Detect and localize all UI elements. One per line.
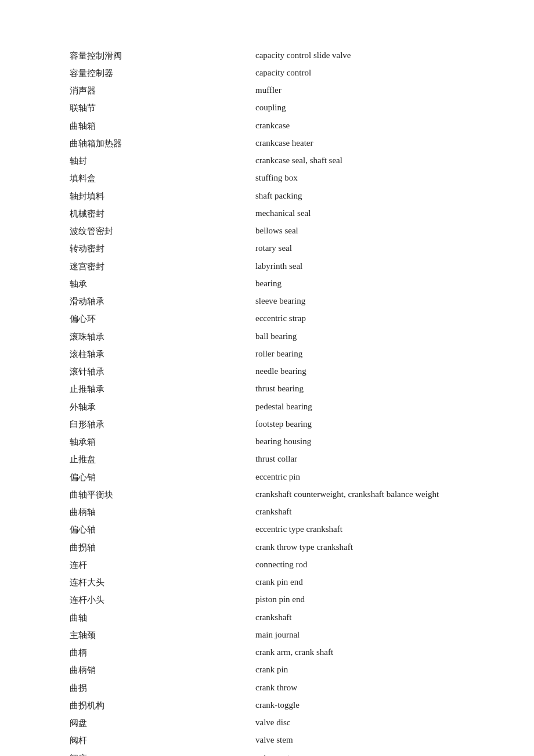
- table-row: 偏心销eccentric pin: [70, 468, 499, 485]
- table-row: 外轴承pedestal bearing: [70, 398, 499, 415]
- table-row: 止推轴承thrust bearing: [70, 380, 499, 398]
- table-row: 滚针轴承needle bearing: [70, 363, 499, 380]
- english-term: main journal: [244, 626, 499, 643]
- table-row: 曲轴箱crankcase: [70, 117, 499, 134]
- chinese-term: 迷宫密封: [70, 257, 244, 275]
- english-term: eccentric strap: [244, 310, 499, 327]
- table-row: 偏心轴eccentric type crankshaft: [70, 521, 499, 538]
- table-row: 阀座valve seat: [70, 749, 499, 756]
- table-row: 轴封填料shaft packing: [70, 187, 499, 204]
- chinese-term: 阀座: [70, 749, 244, 756]
- table-row: 曲轴箱加热器crankcase heater: [70, 134, 499, 152]
- chinese-term: 滑动轴承: [70, 293, 244, 310]
- table-row: 连杆大头crank pin end: [70, 574, 499, 591]
- english-term: crankshaft counterweight, crankshaft bal…: [244, 485, 499, 503]
- table-row: 消声器muffler: [70, 82, 499, 99]
- chinese-term: 偏心销: [70, 468, 244, 485]
- english-term: crankcase: [244, 117, 499, 134]
- english-term: bellows seal: [244, 222, 499, 240]
- chinese-term: 滚柱轴承: [70, 345, 244, 362]
- english-term: eccentric pin: [244, 468, 499, 485]
- english-term: crank pin end: [244, 574, 499, 591]
- table-row: 偏心环eccentric strap: [70, 310, 499, 327]
- english-term: shaft packing: [244, 187, 499, 204]
- table-row: 滑动轴承sleeve bearing: [70, 293, 499, 310]
- english-term: crankshaft: [244, 609, 499, 626]
- table-row: 滚珠轴承ball bearing: [70, 327, 499, 345]
- english-term: crank throw type crankshaft: [244, 538, 499, 556]
- table-row: 臼形轴承footstep bearing: [70, 415, 499, 433]
- chinese-term: 止推盘: [70, 451, 244, 468]
- english-term: valve stem: [244, 732, 499, 749]
- chinese-term: 转动密封: [70, 240, 244, 257]
- table-row: 阀杆valve stem: [70, 732, 499, 749]
- chinese-term: 阀盘: [70, 714, 244, 732]
- chinese-term: 阀杆: [70, 732, 244, 749]
- english-term: thrust collar: [244, 451, 499, 468]
- chinese-term: 曲拐: [70, 679, 244, 696]
- english-term: roller bearing: [244, 345, 499, 362]
- english-term: stuffing box: [244, 170, 499, 187]
- chinese-term: 填料盒: [70, 170, 244, 187]
- chinese-term: 容量控制滑阀: [70, 46, 244, 64]
- chinese-term: 曲柄销: [70, 661, 244, 679]
- english-term: capacity control slide valve: [244, 46, 499, 64]
- chinese-term: 偏心轴: [70, 521, 244, 538]
- chinese-term: 联轴节: [70, 99, 244, 117]
- chinese-term: 轴承箱: [70, 433, 244, 451]
- chinese-term: 曲拐轴: [70, 538, 244, 556]
- english-term: footstep bearing: [244, 415, 499, 433]
- english-term: coupling: [244, 99, 499, 117]
- english-term: valve disc: [244, 714, 499, 732]
- table-row: 阀盘valve disc: [70, 714, 499, 732]
- chinese-term: 主轴颈: [70, 626, 244, 643]
- chinese-term: 轴封: [70, 152, 244, 170]
- english-term: pedestal bearing: [244, 398, 499, 415]
- english-term: crank arm, crank shaft: [244, 644, 499, 661]
- table-row: 机械密封mechanical seal: [70, 204, 499, 222]
- chinese-term: 连杆小头: [70, 591, 244, 609]
- table-row: 转动密封rotary seal: [70, 240, 499, 257]
- english-term: bearing housing: [244, 433, 499, 451]
- chinese-term: 连杆: [70, 556, 244, 573]
- english-term: muffler: [244, 82, 499, 99]
- english-term: connecting rod: [244, 556, 499, 573]
- chinese-term: 曲柄: [70, 644, 244, 661]
- table-row: 曲拐轴crank throw type crankshaft: [70, 538, 499, 556]
- english-term: needle bearing: [244, 363, 499, 380]
- chinese-term: 滚珠轴承: [70, 327, 244, 345]
- table-row: 容量控制器capacity control: [70, 64, 499, 81]
- english-term: crankcase heater: [244, 134, 499, 152]
- chinese-term: 曲轴箱: [70, 117, 244, 134]
- table-row: 主轴颈main journal: [70, 626, 499, 643]
- chinese-term: 止推轴承: [70, 380, 244, 398]
- chinese-term: 连杆大头: [70, 574, 244, 591]
- english-term: thrust bearing: [244, 380, 499, 398]
- table-row: 曲柄crank arm, crank shaft: [70, 644, 499, 661]
- table-row: 曲柄轴crankshaft: [70, 503, 499, 521]
- table-row: 轴承箱bearing housing: [70, 433, 499, 451]
- english-term: crankcase seal, shaft seal: [244, 152, 499, 170]
- table-row: 曲拐机构crank-toggle: [70, 696, 499, 714]
- table-row: 容量控制滑阀capacity control slide valve: [70, 46, 499, 64]
- chinese-term: 偏心环: [70, 310, 244, 327]
- chinese-term: 滚针轴承: [70, 363, 244, 380]
- english-term: eccentric type crankshaft: [244, 521, 499, 538]
- chinese-term: 曲轴: [70, 609, 244, 626]
- chinese-term: 臼形轴承: [70, 415, 244, 433]
- chinese-term: 容量控制器: [70, 64, 244, 81]
- english-term: valve seat: [244, 749, 499, 756]
- english-term: capacity control: [244, 64, 499, 81]
- chinese-term: 曲拐机构: [70, 696, 244, 714]
- table-row: 轴承bearing: [70, 275, 499, 292]
- table-row: 曲柄销crank pin: [70, 661, 499, 679]
- chinese-term: 曲柄轴: [70, 503, 244, 521]
- chinese-term: 曲轴平衡块: [70, 485, 244, 503]
- table-row: 波纹管密封bellows seal: [70, 222, 499, 240]
- table-row: 联轴节coupling: [70, 99, 499, 117]
- english-term: rotary seal: [244, 240, 499, 257]
- english-term: piston pin end: [244, 591, 499, 609]
- chinese-term: 消声器: [70, 82, 244, 99]
- chinese-term: 外轴承: [70, 398, 244, 415]
- table-row: 填料盒stuffing box: [70, 170, 499, 187]
